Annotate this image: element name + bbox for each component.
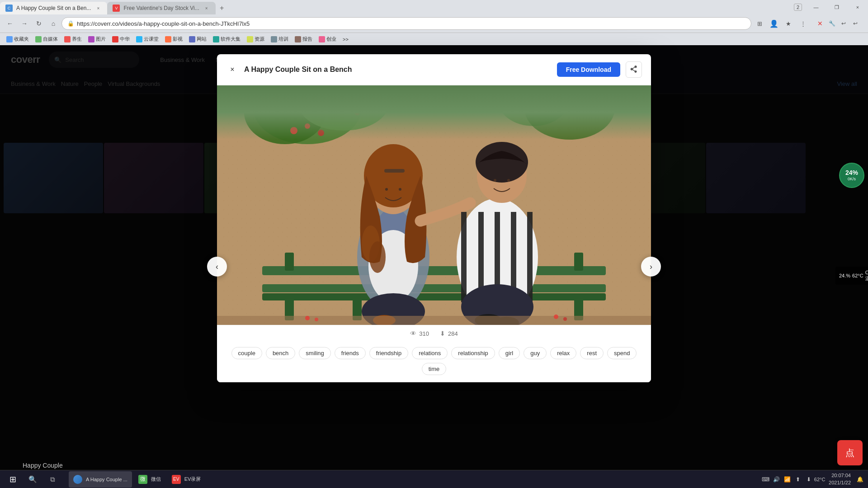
- cpu-temp-value: 62°C: [852, 273, 863, 278]
- browser-tab-1[interactable]: C A Happy Couple Sit on a Ben... ×: [0, 2, 107, 14]
- cpu-speed: 0K/s: [848, 177, 856, 182]
- browser-tabs-row: C A Happy Couple Sit on a Ben... × V Fre…: [0, 0, 868, 14]
- svg-point-57: [563, 317, 567, 321]
- tab-close-2[interactable]: ×: [203, 5, 210, 12]
- tag-rest[interactable]: rest: [580, 347, 604, 359]
- bookmark-training[interactable]: 培训: [268, 35, 291, 43]
- extensions-button[interactable]: ⊞: [753, 17, 766, 30]
- extension-icons: ✕ 🔧 ↩ ↩: [815, 18, 861, 29]
- ext-icon-undo[interactable]: ↩: [838, 18, 849, 29]
- forward-button[interactable]: →: [18, 17, 31, 30]
- ext-icon-2[interactable]: 🔧: [826, 18, 837, 29]
- bookmark-label: 网站: [197, 36, 207, 42]
- restore-button[interactable]: ❐: [826, 0, 847, 14]
- browser-chrome: C A Happy Couple Sit on a Ben... × V Fre…: [0, 0, 868, 45]
- modal-prev-button[interactable]: ‹: [207, 257, 227, 277]
- share-button[interactable]: [626, 61, 642, 78]
- taskbar-app-ev[interactable]: EV EV录屏: [167, 471, 206, 488]
- bookmark-button[interactable]: ★: [782, 17, 795, 30]
- ev-app-icon: EV: [172, 475, 181, 484]
- close-button[interactable]: ×: [847, 0, 868, 14]
- bookmark-favorites[interactable]: 收藏夹: [4, 35, 32, 43]
- bookmark-label: >>: [343, 37, 349, 42]
- ext-icon-1[interactable]: ✕: [815, 18, 826, 29]
- video-detail-modal: × A Happy Couple Sit on a Bench Free Dow…: [217, 54, 651, 382]
- reload-button[interactable]: ↻: [33, 17, 45, 30]
- red-fab-icon: 点: [845, 447, 854, 459]
- tag-time[interactable]: time: [422, 363, 447, 375]
- bookmark-favicon: [6, 36, 13, 42]
- tag-spend[interactable]: spend: [607, 347, 637, 359]
- taskbar-middle: A Happy Couple ... 微 微信 EV EV录屏: [65, 471, 757, 488]
- tray-icon-2[interactable]: 🔊: [772, 475, 781, 484]
- tag-friends[interactable]: friends: [335, 347, 366, 359]
- tag-couple[interactable]: couple: [231, 347, 262, 359]
- tag-smiling[interactable]: smiling: [299, 347, 330, 359]
- browser-actions: ⊞ 👤 ★ ⋮: [753, 17, 809, 30]
- bookmark-china[interactable]: 中华: [109, 35, 132, 43]
- bookmark-favicon: [271, 36, 277, 42]
- bookmark-cloud[interactable]: 云课堂: [133, 35, 161, 43]
- bookmark-more[interactable]: >>: [340, 36, 351, 43]
- tag-bench[interactable]: bench: [266, 347, 295, 359]
- bookmark-favicon: [295, 36, 301, 42]
- tag-guy[interactable]: guy: [524, 347, 547, 359]
- taskbar-task-view[interactable]: ⧉: [43, 471, 61, 488]
- tray-icon-5[interactable]: ⬇: [804, 475, 813, 484]
- start-button[interactable]: ⊞: [4, 471, 22, 488]
- bookmark-film[interactable]: 影视: [162, 35, 185, 43]
- tray-icon-1[interactable]: ⌨: [761, 475, 770, 484]
- settings-button[interactable]: ⋮: [797, 17, 809, 30]
- bookmark-health[interactable]: 养生: [61, 35, 85, 43]
- minimize-button[interactable]: —: [806, 0, 826, 14]
- svg-point-14: [354, 110, 360, 115]
- bookmark-images[interactable]: 图片: [85, 35, 108, 43]
- bookmark-report[interactable]: 报告: [292, 35, 315, 43]
- bookmark-site[interactable]: 网站: [186, 35, 209, 43]
- chrome-app-icon: [73, 475, 82, 484]
- ext-icon-undo2[interactable]: ↩: [850, 18, 861, 29]
- wechat-app-icon: 微: [138, 475, 147, 484]
- tag-relax[interactable]: relax: [550, 347, 576, 359]
- tag-friendship[interactable]: friendship: [369, 347, 408, 359]
- red-fab-button[interactable]: 点: [837, 440, 863, 465]
- browser-tab-2[interactable]: V Free Valentine's Day Stock Vi... ×: [107, 2, 215, 14]
- home-button[interactable]: ⌂: [47, 17, 60, 30]
- new-tab-button[interactable]: +: [216, 2, 228, 14]
- svg-rect-15: [262, 266, 606, 275]
- cpu-circle: 24% 0K/s: [839, 163, 864, 188]
- download-count: ⬇ 284: [440, 330, 458, 337]
- clock-time: 20:07:04: [829, 472, 851, 479]
- system-tray: ⌨ 🔊 📶 ⬆ ⬇ 62°C: [761, 475, 824, 484]
- tray-icon-4[interactable]: ⬆: [793, 475, 802, 484]
- svg-rect-16: [262, 284, 606, 292]
- bookmarks-bar: 收藏夹 自媒体 养生 图片 中华 云课堂 影视 网站: [0, 33, 868, 45]
- address-bar[interactable]: 🔒 https://coverr.co/videos/a-happy-coupl…: [61, 17, 751, 30]
- cpu-monitor-widget: 24% 0K/s: [839, 163, 868, 192]
- free-download-button[interactable]: Free Download: [557, 62, 620, 77]
- modal-header: × A Happy Couple Sit on a Bench Free Dow…: [217, 54, 651, 85]
- tag-relationship[interactable]: relationship: [451, 347, 495, 359]
- bookmark-label: 资源: [255, 36, 264, 42]
- bookmark-favicon: [88, 36, 94, 42]
- tag-relations[interactable]: relations: [412, 347, 448, 359]
- tab-close-1[interactable]: ×: [94, 5, 102, 12]
- bookmark-media[interactable]: 自媒体: [33, 35, 61, 43]
- tag-girl[interactable]: girl: [499, 347, 520, 359]
- view-count: 👁 310: [410, 330, 429, 337]
- notification-button[interactable]: 🔔: [855, 475, 864, 484]
- taskbar-search[interactable]: 🔍: [24, 471, 42, 488]
- tray-icon-3[interactable]: 📶: [783, 475, 792, 484]
- modal-close-button[interactable]: ×: [226, 63, 239, 76]
- back-button[interactable]: ←: [4, 17, 16, 30]
- bookmark-resources[interactable]: 资源: [244, 35, 267, 43]
- bookmark-software[interactable]: 软件大集: [210, 35, 243, 43]
- svg-point-10: [524, 85, 615, 140]
- modal-next-button[interactable]: ›: [641, 257, 661, 277]
- profile-button[interactable]: 👤: [768, 17, 780, 30]
- taskbar-app-chrome[interactable]: A Happy Couple ...: [69, 471, 132, 488]
- taskbar-app-wechat[interactable]: 微 微信: [134, 471, 165, 488]
- svg-point-8: [298, 85, 389, 131]
- system-clock[interactable]: 20:07:04 2021/1/22: [827, 472, 853, 486]
- bookmark-startup[interactable]: 创业: [316, 35, 339, 43]
